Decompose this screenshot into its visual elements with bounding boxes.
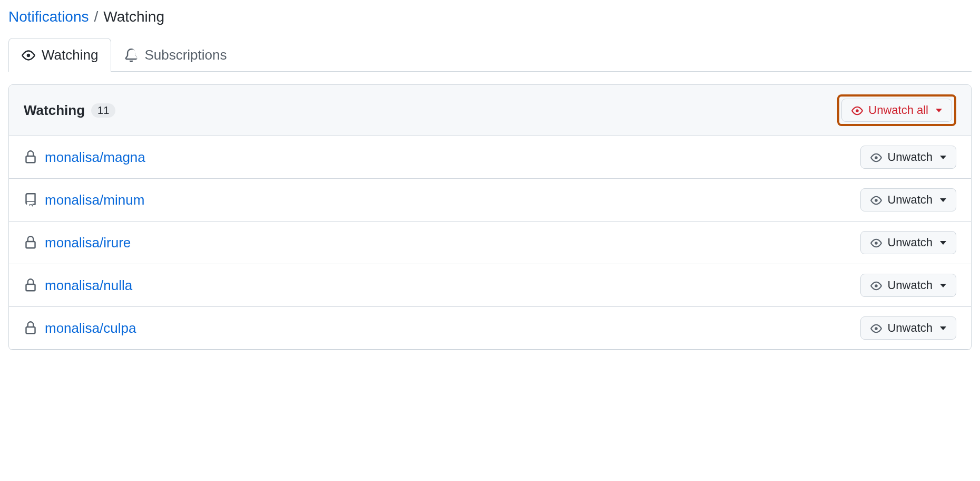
caret-down-icon	[940, 284, 946, 287]
unwatch-all-button[interactable]: Unwatch all	[841, 99, 952, 122]
eye-icon	[870, 278, 882, 292]
panel-header: Watching 11 Unwatch all	[9, 85, 971, 136]
breadcrumb-notifications-link[interactable]: Notifications	[8, 8, 89, 25]
caret-down-icon	[936, 109, 942, 112]
repo-left: monalisa/magna	[24, 149, 145, 166]
unwatch-label: Unwatch	[887, 278, 933, 292]
tab-watching-label: Watching	[42, 47, 98, 63]
caret-down-icon	[940, 198, 946, 202]
repo-left: monalisa/culpa	[24, 320, 136, 336]
eye-icon	[870, 150, 882, 164]
eye-icon	[870, 193, 882, 207]
unwatch-button[interactable]: Unwatch	[860, 188, 956, 211]
unwatch-button[interactable]: Unwatch	[860, 274, 956, 297]
tab-subscriptions-label: Subscriptions	[144, 47, 227, 63]
unwatch-label: Unwatch	[887, 321, 933, 335]
repo-list: monalisa/magna Unwatch monalisa/minum	[9, 136, 971, 350]
caret-down-icon	[940, 241, 946, 245]
repo-row: monalisa/irure Unwatch	[9, 222, 971, 264]
repo-row: monalisa/minum Unwatch	[9, 179, 971, 222]
unwatch-button[interactable]: Unwatch	[860, 316, 956, 340]
repo-link[interactable]: monalisa/culpa	[45, 320, 136, 336]
unwatch-label: Unwatch	[887, 150, 933, 164]
repo-row: monalisa/nulla Unwatch	[9, 264, 971, 307]
lock-icon	[24, 150, 37, 164]
unwatch-button[interactable]: Unwatch	[860, 231, 956, 254]
repo-left: monalisa/irure	[24, 235, 131, 251]
repo-icon	[24, 193, 37, 207]
unwatch-label: Unwatch	[887, 236, 933, 249]
caret-down-icon	[940, 326, 946, 330]
lock-icon	[24, 321, 37, 335]
panel-title: Watching	[24, 102, 85, 119]
breadcrumb-current: Watching	[103, 8, 164, 25]
tab-subscriptions[interactable]: Subscriptions	[111, 38, 240, 72]
unwatch-label: Unwatch	[887, 193, 933, 207]
unwatch-all-highlight: Unwatch all	[837, 94, 956, 126]
unwatch-button[interactable]: Unwatch	[860, 146, 956, 169]
eye-icon	[870, 236, 882, 249]
repo-link[interactable]: monalisa/nulla	[45, 277, 132, 294]
repo-link[interactable]: monalisa/magna	[45, 149, 145, 166]
breadcrumb: Notifications / Watching	[8, 8, 972, 25]
repo-link[interactable]: monalisa/irure	[45, 235, 131, 251]
bell-icon	[124, 49, 138, 62]
lock-icon	[24, 236, 37, 249]
watch-count-badge: 11	[91, 103, 115, 118]
unwatch-all-label: Unwatch all	[868, 103, 928, 117]
panel-header-left: Watching 11	[24, 102, 115, 119]
breadcrumb-separator: /	[94, 8, 99, 25]
eye-icon	[22, 49, 35, 62]
eye-icon	[851, 103, 863, 117]
repo-link[interactable]: monalisa/minum	[45, 192, 144, 208]
repo-row: monalisa/culpa Unwatch	[9, 307, 971, 350]
repo-left: monalisa/minum	[24, 192, 144, 208]
watching-panel: Watching 11 Unwatch all monalisa/magna	[8, 84, 972, 350]
lock-icon	[24, 278, 37, 292]
caret-down-icon	[940, 156, 946, 159]
repo-left: monalisa/nulla	[24, 277, 132, 294]
repo-row: monalisa/magna Unwatch	[9, 136, 971, 179]
tab-watching[interactable]: Watching	[8, 38, 111, 72]
eye-icon	[870, 321, 882, 335]
tabs: Watching Subscriptions	[8, 38, 972, 72]
